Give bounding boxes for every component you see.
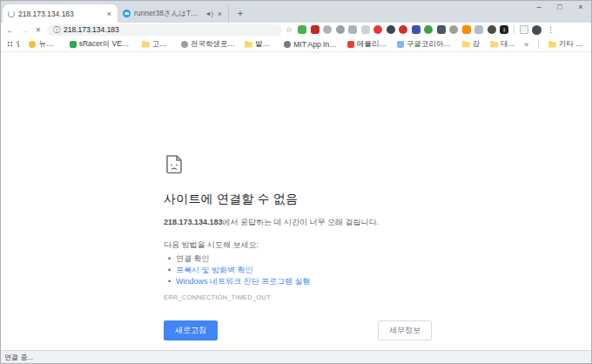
folder-icon bbox=[548, 41, 556, 48]
browser-window: 218.173.134.183 × runner38さんはTwitterを使って… bbox=[0, 0, 592, 364]
tab-strip: 218.173.134.183 × runner38さんはTwitterを使って… bbox=[1, 1, 591, 23]
extension-icon-page-badge[interactable] bbox=[361, 25, 370, 34]
suggestion-list: 연결 확인 프록시 및 방화벽 확인 Windows 네트워크 진단 프로그램 … bbox=[176, 253, 432, 287]
extension-icon-document[interactable] bbox=[348, 25, 357, 34]
bookmark-item[interactable]: 애플리케이션 bbox=[347, 39, 387, 50]
bookmark-folder[interactable]: 강좌 bbox=[462, 39, 481, 50]
extension-icon-target[interactable] bbox=[336, 25, 345, 34]
globe-favicon bbox=[181, 41, 188, 48]
extension-icon-red-shield[interactable] bbox=[311, 25, 320, 34]
folder-icon bbox=[490, 41, 498, 48]
error-actions: 새로고침 세부정보 bbox=[164, 320, 432, 340]
folder-icon bbox=[142, 41, 150, 48]
bookmark-apps[interactable]: 앱 bbox=[7, 39, 19, 50]
tab-close-icon[interactable]: × bbox=[106, 10, 112, 18]
chat-favicon bbox=[397, 41, 404, 48]
extension-icon-red-circle[interactable] bbox=[373, 25, 382, 34]
site-favicon bbox=[29, 41, 36, 48]
bookmark-item[interactable]: 구글코리아 채용설.. bbox=[397, 39, 453, 50]
tab-twitter[interactable]: runner38さんはTwitterを使って ◄) × bbox=[118, 4, 229, 23]
page-info-icon[interactable]: ⓘ bbox=[53, 25, 60, 35]
bookmark-folder[interactable]: 발명자료 bbox=[245, 39, 274, 50]
apps-grid-icon bbox=[7, 41, 14, 48]
status-bar: 연결 중... bbox=[1, 350, 591, 363]
extension-icon-green-shield[interactable] bbox=[298, 25, 306, 34]
folder-icon bbox=[462, 41, 470, 48]
extension-icon-home[interactable] bbox=[323, 25, 332, 34]
extension-icon-green-circle[interactable] bbox=[424, 25, 433, 34]
speaker-icon: ◄) bbox=[205, 10, 212, 17]
loading-spinner-icon bbox=[8, 10, 15, 17]
extension-icon-blue-square[interactable] bbox=[412, 25, 420, 34]
error-message: 218.173.134.183에서 응답하는 데 시간이 너무 오래 걸립니다. bbox=[164, 217, 432, 228]
error-title: 사이트에 연결할 수 없음 bbox=[164, 192, 432, 207]
back-icon[interactable]: ← bbox=[5, 25, 16, 35]
stop-icon[interactable]: × bbox=[33, 25, 44, 35]
suggestion-check-connection: 연결 확인 bbox=[176, 253, 432, 265]
g-favicon bbox=[284, 41, 291, 48]
folder-icon bbox=[245, 41, 252, 48]
toolbar: ← → × ⓘ 218.173.134.183 ☆ 1 bbox=[1, 23, 591, 37]
close-button[interactable]: × bbox=[570, 1, 591, 13]
extension-icon-badge-one[interactable]: 1 bbox=[500, 25, 508, 34]
profile-avatar[interactable] bbox=[532, 25, 542, 35]
extension-icon-dark-blob[interactable] bbox=[488, 25, 496, 34]
extension-icon-clock[interactable] bbox=[449, 25, 458, 34]
forward-icon[interactable]: → bbox=[19, 25, 30, 35]
new-tab-button[interactable]: + bbox=[232, 5, 248, 21]
suggestion-proxy-firewall: 프록시 및 방화벽 확인 bbox=[176, 265, 432, 276]
page-content: 사이트에 연결할 수 없음 218.173.134.183에서 응답하는 데 시… bbox=[1, 52, 591, 350]
extensions-row: 1 bbox=[298, 25, 508, 34]
toolbar-separator bbox=[514, 25, 515, 35]
bookmark-item[interactable]: MIT App Inventor 2 bbox=[284, 40, 337, 49]
tab-title: 218.173.134.183 bbox=[18, 10, 103, 18]
tab-close-icon[interactable]: × bbox=[217, 10, 223, 18]
bookmark-item[interactable]: sRacer의 VEGA Racer bbox=[70, 39, 132, 50]
extension-icon-dark-square[interactable] bbox=[437, 25, 446, 34]
sad-file-icon bbox=[164, 153, 185, 174]
suggestion-network-diagnostics: Windows 네트워크 진단 프로그램 실행 bbox=[176, 276, 432, 287]
status-text: 연결 중... bbox=[4, 353, 33, 362]
extension-icon-envelope[interactable] bbox=[474, 25, 483, 34]
bookmark-folder[interactable]: 대학교 bbox=[490, 39, 515, 50]
bookmark-folder[interactable]: 고등학교 bbox=[142, 39, 172, 50]
bookmark-item[interactable]: 뉴스,날씨 bbox=[29, 39, 59, 50]
extension-icon-orange-square[interactable] bbox=[462, 25, 471, 34]
error-code: ERR_CONNECTION_TIMED_OUT bbox=[164, 293, 432, 301]
extension-icon-block[interactable] bbox=[399, 25, 407, 34]
proxy-firewall-link[interactable]: 프록시 및 방화벽 확인 bbox=[176, 266, 253, 274]
error-message-ip: 218.173.134.183 bbox=[164, 218, 223, 226]
maximize-button[interactable]: □ bbox=[549, 1, 570, 13]
reload-button[interactable]: 새로고침 bbox=[164, 320, 218, 340]
bookmarks-separator bbox=[538, 39, 539, 49]
error-page: 사이트에 연결할 수 없음 218.173.134.183에서 응답하는 데 시… bbox=[164, 153, 432, 340]
minimize-button[interactable]: – bbox=[528, 1, 549, 13]
suggestion-header: 다음 방법을 시도해 보세요: bbox=[164, 239, 432, 251]
extension-icon-cat[interactable] bbox=[387, 25, 395, 34]
chrome-menu-icon[interactable]: ⋮ bbox=[545, 25, 556, 34]
tab-title: runner38さんはTwitterを使って bbox=[134, 9, 201, 19]
grid-favicon bbox=[347, 41, 354, 48]
memo-icon[interactable] bbox=[520, 25, 528, 34]
other-bookmarks-folder[interactable]: 기타 북마크 bbox=[548, 39, 585, 50]
site-favicon bbox=[70, 41, 77, 48]
bookmarks-bar: 앱 뉴스,날씨 sRacer의 VEGA Racer 고등학교 전국학생로봇경진… bbox=[1, 37, 591, 52]
bookmark-star-icon[interactable]: ☆ bbox=[286, 25, 293, 34]
window-controls: – □ × bbox=[528, 1, 591, 13]
address-bar[interactable]: ⓘ 218.173.134.183 bbox=[47, 24, 282, 36]
network-diagnostics-link[interactable]: Windows 네트워크 진단 프로그램 실행 bbox=[176, 277, 311, 286]
tab-error-page[interactable]: 218.173.134.183 × bbox=[3, 4, 118, 23]
twitter-icon bbox=[123, 10, 131, 17]
details-button[interactable]: 세부정보 bbox=[378, 320, 432, 340]
bookmarks-overflow-chevron[interactable]: » bbox=[524, 40, 528, 49]
bookmark-item[interactable]: 전국학생로봇경진.. bbox=[181, 39, 235, 50]
url-text[interactable]: 218.173.134.183 bbox=[64, 25, 276, 34]
